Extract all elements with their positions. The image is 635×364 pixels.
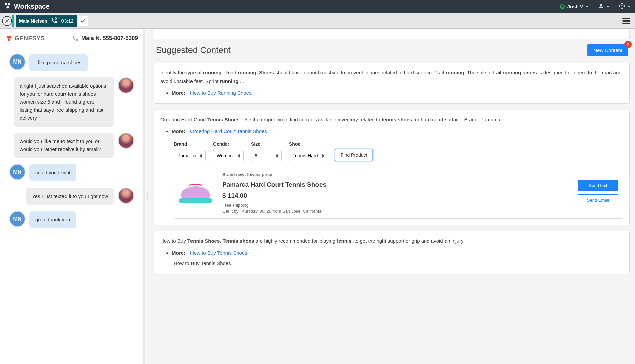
svg-point-0 [5, 3, 7, 5]
more-label: More: [172, 90, 185, 96]
shoe-label: Shoe [289, 140, 327, 148]
more-link[interactable]: Ordering Hard Court Tennis Shoes [190, 128, 267, 134]
product-condition: Brand new: lowest price [222, 171, 567, 178]
status-available-icon [560, 4, 565, 9]
svg-point-10 [7, 36, 9, 38]
brand-select[interactable]: Pamarca [174, 150, 206, 161]
svg-point-7 [6, 20, 8, 22]
brand-name: GENESYS [15, 35, 45, 42]
avatar [118, 77, 134, 93]
gender-label: Gender [213, 140, 244, 148]
more-link[interactable]: How to Buy Running Shoes [190, 90, 251, 96]
app-title: Workspace [14, 3, 49, 10]
top-bar: Workspace Josh V ? [0, 0, 635, 13]
workspace-icon [4, 2, 11, 11]
call-timer: 03:12 [61, 18, 74, 24]
suggestion-text: Ordering Hard Court Tennis Shoes. Use th… [160, 115, 623, 124]
suggestion-text: How to Buy Tennis Shoes. Tennis shoes ar… [160, 237, 623, 245]
content-top-placeholder [154, 29, 630, 39]
call-contact-name: Mala Nielsen [19, 18, 47, 24]
more-label: More: [172, 250, 185, 256]
suggestion-text: Identify the type of running: Road runni… [160, 68, 623, 85]
product-name: Pamarca Hard Court Tennis Shoes [222, 179, 567, 190]
message-bubble: alright I just searched available option… [14, 77, 114, 127]
message-row: MN could you text it [9, 164, 134, 181]
svg-text:?: ? [621, 4, 623, 8]
more-link[interactable]: How to Buy Tennis Shoes [190, 250, 247, 256]
sub-heading: How to Buy Tennis Shoes [174, 259, 623, 268]
caller-info: Mala N. 555-867-5309 [72, 35, 138, 42]
product-result: Brand new: lowest price Pamarca Hard Cou… [174, 167, 623, 219]
suggestion-card: Ordering Hard Court Tennis Shoes. Use th… [154, 110, 630, 225]
active-call-tab[interactable]: Mala Nielsen 03:12 [16, 15, 77, 27]
caret-down-icon [628, 6, 630, 7]
svg-point-12 [8, 38, 10, 41]
active-call-indicator [12, 15, 14, 27]
message-bubble: would you like me to text it to you or w… [14, 133, 114, 158]
new-content-badge: 7 [624, 41, 632, 48]
chat-messages[interactable]: MN I like pamarca shoes alright I just s… [0, 48, 143, 364]
person-icon [598, 3, 604, 10]
avatar: MN [9, 54, 25, 70]
find-product-button[interactable]: Find Product [335, 149, 373, 161]
message-row: Yes I just texted it to you right now [9, 188, 134, 205]
send-email-button[interactable]: Send Email [578, 194, 618, 206]
avatar [118, 188, 134, 204]
genesys-logo: GENESYS [5, 35, 45, 42]
more-label: More: [172, 128, 185, 134]
send-text-button[interactable]: Send text [578, 180, 618, 191]
product-filters: Brand Pamarca▲▼ Gender Women▲▼ Size 6▲▼ … [174, 140, 623, 162]
message-row: alright I just searched available option… [9, 77, 134, 127]
message-bubble: I like pamarca shoes [29, 54, 88, 71]
user-menu[interactable]: Josh V [555, 0, 593, 13]
workspace-logo: Workspace [0, 2, 53, 11]
size-label: Size [251, 140, 282, 148]
svg-point-3 [600, 4, 602, 6]
message-row: would you like me to text it to you or w… [9, 133, 134, 158]
interaction-type-icon[interactable] [2, 16, 12, 26]
interaction-bar: Mala Nielsen 03:12 [0, 13, 635, 29]
avatar [118, 133, 134, 149]
svg-point-2 [6, 6, 9, 8]
menu-button[interactable] [622, 18, 630, 24]
product-shipping: Free shipping [222, 202, 567, 208]
mark-done-button[interactable] [78, 16, 88, 26]
help-icon: ? [619, 3, 625, 10]
suggestion-card: How to Buy Tennis Shoes. Tennis shoes ar… [154, 231, 630, 274]
contacts-menu[interactable] [593, 0, 614, 13]
product-price: $ 114.00 [222, 190, 567, 201]
avatar: MN [9, 211, 25, 227]
product-thumbnail [174, 167, 217, 218]
message-row: MN I like pamarca shoes [9, 54, 134, 71]
avatar: MN [9, 164, 25, 180]
section-title: Suggested Content [156, 45, 231, 55]
shoe-select[interactable]: Tennis-Hard [289, 150, 327, 161]
message-row: MN great thank you [9, 211, 134, 228]
suggestion-card: Identify the type of running: Road runni… [154, 63, 630, 104]
message-bubble: great thank you [29, 211, 76, 228]
new-content-button[interactable]: New Content [587, 44, 628, 56]
caret-down-icon [607, 6, 609, 7]
caret-down-icon [586, 6, 588, 7]
phone-hangup-icon [51, 17, 58, 25]
caller-display: Mala N. 555-867-5309 [81, 35, 138, 42]
help-menu[interactable]: ? [614, 0, 635, 13]
gender-select[interactable]: Women [213, 150, 244, 161]
size-select[interactable]: 6 [251, 150, 282, 161]
shoe-icon [179, 183, 212, 203]
chat-header: GENESYS Mala N. 555-867-5309 [0, 29, 143, 48]
svg-point-11 [9, 36, 11, 38]
user-name: Josh V [567, 4, 583, 9]
chat-pane: GENESYS Mala N. 555-867-5309 MN I like p… [0, 29, 145, 364]
svg-point-1 [8, 3, 10, 5]
pane-splitter[interactable] [145, 29, 149, 364]
phone-icon [72, 35, 79, 42]
message-bubble: could you text it [29, 164, 76, 181]
message-bubble: Yes I just texted it to you right now [26, 188, 114, 205]
brand-label: Brand [174, 140, 206, 148]
product-delivery: Get it by Thursday, Jul 26 from San Jose… [222, 208, 567, 214]
content-pane[interactable]: Suggested Content New Content 7 Identify… [149, 29, 635, 364]
